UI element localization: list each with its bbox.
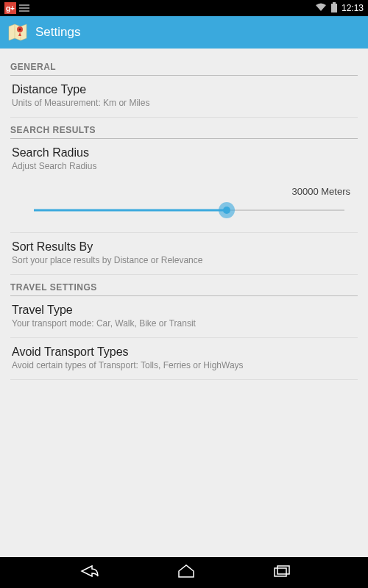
battery-icon [331, 2, 337, 15]
pref-title: Sort Results By [12, 240, 356, 254]
slider-fill [34, 209, 227, 212]
status-bar: g+ 12:13 [0, 0, 368, 16]
app-map-icon [7, 22, 28, 43]
section-header-general: GENERAL [10, 62, 358, 76]
wifi-icon [315, 3, 327, 14]
pref-title: Avoid Transport Types [12, 345, 356, 359]
pref-summary: Sort your place results by Distance or R… [12, 255, 356, 265]
svg-rect-1 [333, 2, 336, 4]
home-button[interactable] [177, 564, 196, 581]
pref-avoid-transport-types[interactable]: Avoid Transport Types Avoid certain type… [10, 338, 358, 380]
pref-summary: Adjust Search Radius [12, 161, 356, 171]
pref-travel-type[interactable]: Travel Type Your transport mode: Car, Wa… [10, 296, 358, 338]
notification-icon [19, 3, 29, 13]
pref-summary: Your transport mode: Car, Walk, Bike or … [12, 318, 356, 329]
recent-apps-button[interactable] [273, 564, 291, 581]
gplus-notification-icon: g+ [4, 2, 16, 14]
slider-value-label: 30000 Meters [12, 186, 356, 197]
search-radius-slider-row: 30000 Meters [10, 180, 358, 233]
search-radius-slider[interactable] [34, 201, 344, 219]
back-button[interactable] [77, 564, 99, 581]
pref-search-radius[interactable]: Search Radius Adjust Search Radius [10, 139, 358, 180]
pref-title: Travel Type [12, 304, 356, 317]
status-time: 12:13 [342, 3, 364, 13]
slider-thumb[interactable] [219, 202, 235, 218]
pref-distance-type[interactable]: Distance Type Units of Measurement: Km o… [10, 76, 358, 118]
svg-point-3 [19, 29, 21, 31]
svg-rect-5 [277, 566, 289, 574]
pref-sort-results-by[interactable]: Sort Results By Sort your place results … [10, 233, 358, 275]
settings-list: GENERAL Distance Type Units of Measureme… [0, 49, 368, 380]
svg-rect-4 [275, 568, 286, 576]
svg-rect-0 [331, 4, 337, 12]
pref-summary: Units of Measurement: Km or Miles [12, 98, 356, 108]
section-header-travel-settings: TRAVEL SETTINGS [10, 282, 358, 296]
page-title: Settings [35, 25, 80, 40]
section-header-search-results: SEARCH RESULTS [10, 125, 358, 139]
pref-title: Search Radius [12, 146, 356, 159]
pref-summary: Avoid certain types of Transport: Tolls,… [12, 360, 356, 370]
pref-title: Distance Type [12, 83, 356, 96]
action-bar: Settings [0, 16, 368, 49]
navigation-bar [0, 557, 368, 588]
